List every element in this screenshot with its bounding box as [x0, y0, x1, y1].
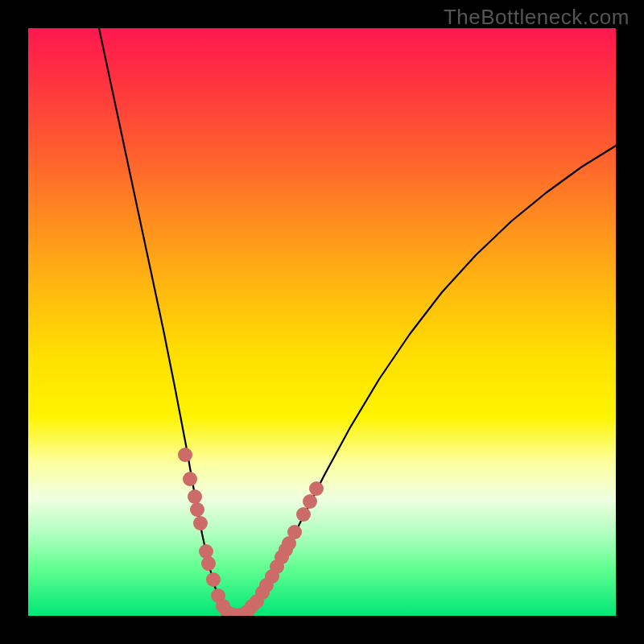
watermark-text: TheBottleneck.com [444, 5, 630, 30]
curve-left [99, 28, 236, 616]
chart-frame: TheBottleneck.com [0, 0, 644, 644]
data-dot [309, 481, 324, 496]
data-dot [296, 507, 311, 522]
plot-area [28, 28, 616, 616]
data-dot [201, 556, 216, 571]
data-dots [178, 448, 324, 616]
chart-svg [28, 28, 616, 616]
data-dot [190, 502, 204, 517]
data-dot [206, 572, 221, 587]
data-dot [183, 472, 197, 486]
data-dot [193, 516, 208, 530]
data-dot [199, 544, 213, 559]
data-dot [287, 525, 302, 539]
data-dot [188, 489, 202, 504]
data-dot [178, 448, 192, 462]
data-dot [303, 494, 317, 509]
